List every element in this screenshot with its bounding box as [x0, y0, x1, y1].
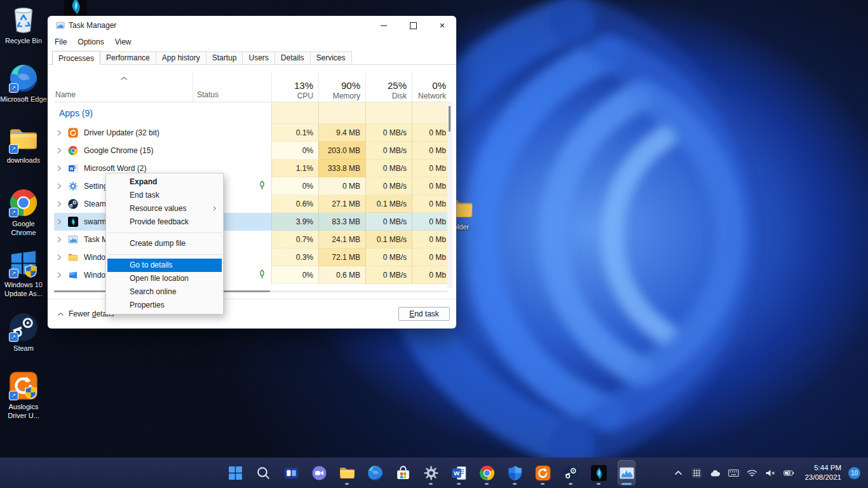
menu-item-expand[interactable]: Expand — [106, 175, 223, 189]
menu-item-provide-feedback[interactable]: Provide feedback — [106, 215, 223, 229]
group-header-label[interactable]: Apps (9) — [54, 102, 271, 124]
running-indicator — [513, 483, 517, 485]
taskbar-task-manager-icon[interactable] — [618, 460, 635, 485]
expand-chevron-icon[interactable] — [56, 254, 62, 261]
memory-cell: 83.3 MB — [318, 213, 365, 231]
column-header-cpu[interactable]: 13% CPU — [271, 80, 313, 100]
cpu-cell: 0% — [271, 266, 318, 284]
menu-item-search-online[interactable]: Search online — [106, 285, 223, 299]
shortcut-arrow-icon: ↗ — [9, 269, 18, 278]
desktop-icon-steam[interactable]: ↗Steam — [0, 313, 47, 353]
tab-app-history[interactable]: App history — [156, 51, 207, 64]
expand-chevron-icon[interactable] — [56, 165, 62, 172]
tab-users[interactable]: Users — [242, 51, 275, 64]
column-header-status[interactable]: Status — [197, 90, 219, 99]
desktop-icon-auslogics-driver-u-[interactable]: ↗Auslogics Driver U... — [0, 371, 47, 420]
taskbar-chrome-icon[interactable] — [478, 460, 496, 485]
menu-item-end-task[interactable]: End task — [106, 189, 223, 202]
desktop-icon-label: Auslogics Driver U... — [0, 402, 47, 420]
expand-chevron-icon[interactable] — [56, 129, 62, 137]
maximize-button[interactable] — [404, 16, 422, 35]
column-separator — [193, 72, 193, 102]
process-row[interactable]: Driver Updater (32 bit)0.1%9.4 MB0 MB/s0… — [54, 124, 447, 142]
network-cell: 0 Mb — [412, 124, 447, 142]
expand-chevron-icon[interactable] — [56, 236, 62, 243]
tab-startup[interactable]: Startup — [206, 51, 243, 64]
desktop-icon-google-chrome[interactable]: ↗Google Chrome — [0, 188, 47, 237]
memory-total: 90% — [318, 80, 360, 91]
title-bar[interactable]: Task Manager × — [48, 16, 456, 35]
menu-file[interactable]: File — [53, 36, 68, 48]
taskbar-word-icon[interactable]: W — [450, 460, 468, 485]
taskbar-settings-gear-icon[interactable] — [422, 460, 440, 485]
taskbar-swarm-icon[interactable] — [590, 460, 607, 485]
tab-services[interactable]: Services — [310, 51, 352, 64]
column-header-disk[interactable]: 25% Disk — [365, 80, 407, 100]
network-cell: 0 Mb — [412, 231, 447, 248]
end-task-button[interactable]: End task — [398, 307, 450, 321]
expand-chevron-icon[interactable] — [56, 147, 62, 154]
group-header-row[interactable]: Apps (9) — [54, 102, 447, 124]
menu-options[interactable]: Options — [76, 36, 105, 48]
chevron-up-icon — [57, 312, 64, 316]
submenu-chevron-icon — [212, 205, 217, 212]
process-name: Google Chrome (15) — [84, 146, 153, 155]
menu-item-open-file-location[interactable]: Open file location — [106, 272, 223, 285]
expand-chevron-icon[interactable] — [56, 182, 62, 190]
taskbar-clock[interactable]: 5:44 PM 23/08/2021 — [788, 463, 841, 482]
process-row[interactable]: Google Chrome (15)0%203.0 MB0 MB/s0 Mb — [54, 142, 447, 159]
tab-details[interactable]: Details — [275, 51, 311, 64]
menu-item-resource-values[interactable]: Resource values — [106, 202, 223, 215]
close-button[interactable]: × — [433, 16, 451, 35]
menu-view[interactable]: View — [114, 36, 133, 48]
table-header[interactable]: Name Status 13% CPU 90% Memory 25% Disk … — [54, 70, 451, 102]
expand-chevron-icon[interactable] — [56, 271, 62, 279]
running-indicator — [345, 483, 349, 485]
onedrive-icon[interactable] — [709, 467, 721, 478]
taskbar-driver-updater-icon[interactable] — [534, 460, 552, 485]
clock-time: 5:44 PM — [788, 463, 841, 473]
scrollbar-thumb[interactable] — [449, 106, 451, 132]
taskbar-store-icon[interactable] — [394, 460, 412, 485]
menu-item-go-to-details[interactable]: Go to details — [107, 259, 222, 272]
taskbar-task-view-icon[interactable] — [282, 460, 300, 485]
notification-count-badge[interactable]: 10 — [848, 467, 860, 479]
minimize-button[interactable] — [375, 16, 393, 35]
taskbar-start-icon[interactable] — [226, 460, 244, 485]
wifi-icon[interactable] — [746, 467, 757, 478]
column-header-name[interactable]: Name — [55, 90, 76, 99]
tray-chevron-icon[interactable] — [672, 467, 684, 478]
running-indicator — [485, 483, 489, 485]
taskbar-edge-icon[interactable] — [366, 460, 384, 485]
column-header-network[interactable]: 0% Network — [412, 80, 446, 100]
desktop-icon-label: Steam — [0, 344, 47, 353]
volume-muted-icon[interactable] — [764, 467, 776, 478]
sort-ascending-icon — [120, 72, 128, 83]
auslogics-shield-icon: ↗ — [9, 371, 38, 400]
taskbar-search-icon[interactable] — [254, 460, 272, 485]
grid-app-icon[interactable] — [691, 467, 702, 478]
cpu-cell: 1.1% — [271, 159, 318, 177]
desktop-icon-recycle-bin[interactable]: Recycle Bin — [0, 5, 47, 45]
desktop-icon-windows-10-update-as-[interactable]: ↗Windows 10 Update As... — [0, 249, 47, 298]
touch-keyboard-icon[interactable] — [728, 467, 739, 478]
expand-chevron-icon[interactable] — [56, 200, 62, 208]
cpu-cell: 3.9% — [271, 213, 318, 231]
desktop-icon-microsoft-edge[interactable]: ↗Microsoft Edge — [0, 64, 47, 104]
taskbar-chat-icon[interactable] — [310, 460, 328, 485]
desktop-icon-downloads[interactable]: ↗downloads — [0, 125, 47, 165]
swarm-desktop-icon-partial[interactable] — [63, 0, 88, 17]
menu-item-properties[interactable]: Properties — [106, 299, 223, 312]
taskbar-windows-security-icon[interactable] — [506, 460, 524, 485]
column-header-memory[interactable]: 90% Memory — [318, 80, 360, 100]
menu-item-create-dump-file[interactable]: Create dump file — [106, 237, 223, 250]
vertical-scrollbar[interactable] — [447, 102, 452, 288]
taskbar-steam-icon[interactable] — [562, 460, 580, 485]
taskbar-file-explorer-icon[interactable] — [338, 460, 356, 485]
tab-performance[interactable]: Performance — [100, 51, 156, 64]
expand-chevron-icon[interactable] — [56, 218, 62, 226]
disk-cell: 0.1 MB/s — [365, 231, 412, 248]
menu-separator — [107, 233, 222, 233]
menu-separator — [107, 254, 222, 255]
tab-processes[interactable]: Processes — [52, 51, 100, 65]
